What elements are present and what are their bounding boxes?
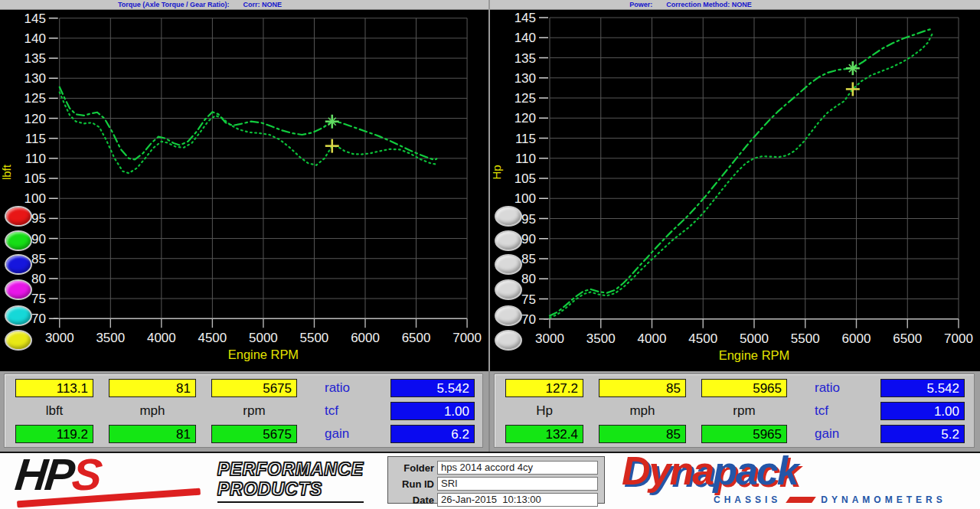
svg-text:4500: 4500	[198, 331, 227, 345]
svg-text:7000: 7000	[944, 331, 973, 346]
svg-text:85: 85	[31, 252, 46, 266]
svg-text:7000: 7000	[452, 331, 482, 345]
run-slot-button-2[interactable]	[495, 230, 522, 251]
speed-run2-value: 85	[599, 425, 686, 443]
speed-run1-value: 85	[599, 379, 686, 397]
footer-bar: HPS PERFORMANCE PRODUCTS Folder hps 2014…	[0, 452, 980, 509]
svg-text:5000: 5000	[740, 331, 769, 346]
torque-chart-plot[interactable]: 3000350040004500500055006000650070007075…	[0, 10, 488, 372]
date-label: Date	[394, 494, 434, 506]
tcf-value: 1.00	[390, 402, 475, 420]
svg-text:110: 110	[515, 152, 536, 166]
svg-text:140: 140	[24, 31, 46, 46]
gain-value: 6.2	[390, 425, 475, 443]
run-slot-button-6[interactable]	[495, 330, 522, 351]
ratio-label: ratio	[312, 380, 375, 396]
gain-label: gain	[802, 426, 865, 442]
svg-text:4000: 4000	[638, 331, 667, 346]
svg-text:135: 135	[514, 51, 536, 66]
run-color-button-red[interactable]	[5, 206, 32, 227]
gain-label: gain	[312, 426, 375, 442]
svg-text:80: 80	[31, 272, 46, 286]
speed-unit-label: mph	[599, 403, 686, 419]
svg-text:115: 115	[515, 132, 536, 146]
dynapack-logo-text: Dynapack	[622, 447, 798, 494]
svg-text:70: 70	[521, 312, 536, 327]
svg-text:130: 130	[24, 71, 46, 86]
svg-text:100: 100	[514, 191, 536, 206]
svg-text:4500: 4500	[688, 331, 717, 346]
power-chart-plot[interactable]: 3000350040004500500055006000650070007075…	[490, 10, 980, 372]
data-row: 113.1 81 5675 ratio 5.542 lbft mph rpm t…	[0, 371, 980, 452]
tcf-label: tcf	[802, 403, 865, 419]
run-slot-button-3[interactable]	[495, 254, 522, 275]
folder-label: Folder	[394, 462, 434, 474]
rpm-run1-value: 5675	[211, 379, 297, 397]
svg-text:105: 105	[24, 171, 46, 186]
date-field[interactable]: 26-Jan-2015 10:13:00	[437, 493, 598, 507]
torque-chart-header: Torque (Axle Torque / Gear Ratio): Corr:…	[0, 0, 488, 10]
power-chart-panel: Power: Correction Method: NONE 300035004…	[490, 0, 980, 371]
power-chart-title: Power:	[629, 1, 652, 8]
svg-text:120: 120	[24, 112, 46, 126]
run-info-panel: Folder hps 2014 accord 4cy Run ID SRI Da…	[387, 456, 605, 504]
svg-text:4000: 4000	[147, 331, 176, 345]
svg-text:75: 75	[521, 292, 536, 307]
run-color-button-blue[interactable]	[5, 254, 32, 275]
rpm-run1-value: 5965	[701, 379, 787, 397]
run-color-button-magenta[interactable]	[5, 279, 32, 300]
hps-tagline-line2: PRODUCTS	[217, 479, 364, 499]
svg-text:125: 125	[24, 91, 46, 106]
run-color-button-cyan[interactable]	[5, 305, 32, 326]
run-color-button-green[interactable]	[5, 230, 32, 251]
svg-text:75: 75	[31, 292, 46, 306]
torque-data-panel: 113.1 81 5675 ratio 5.542 lbft mph rpm t…	[0, 371, 490, 452]
svg-text:125: 125	[514, 91, 536, 106]
torque-run1-value: 113.1	[15, 379, 93, 397]
svg-text:100: 100	[24, 191, 46, 206]
svg-text:135: 135	[24, 51, 46, 66]
run-slot-button-1[interactable]	[495, 206, 522, 227]
hps-logo: HPS PERFORMANCE PRODUCTS	[12, 455, 380, 507]
power-correction-label: Correction Method: NONE	[666, 1, 752, 8]
torque-correction-label: Corr: NONE	[243, 1, 283, 8]
run-slot-button-4[interactable]	[495, 279, 522, 300]
torque-chart-title: Torque (Axle Torque / Gear Ratio):	[118, 1, 230, 8]
svg-text:95: 95	[31, 211, 46, 226]
svg-text:6500: 6500	[893, 331, 922, 346]
tcf-label: tcf	[312, 403, 375, 419]
run-slot-button-5[interactable]	[495, 305, 522, 326]
run-id-field[interactable]: SRI	[437, 477, 598, 491]
power-unit-label: Hp	[505, 403, 583, 419]
hps-logo-tagline: PERFORMANCE PRODUCTS	[217, 459, 364, 503]
svg-text:3000: 3000	[535, 331, 564, 346]
dynapack-slash-icon	[786, 497, 817, 503]
hps-logo-text: HPS	[13, 450, 103, 499]
svg-text:120: 120	[514, 111, 536, 126]
run-id-label: Run ID	[394, 478, 434, 490]
ratio-value: 5.542	[390, 379, 475, 397]
svg-text:3000: 3000	[45, 331, 74, 345]
run-color-button-yellow[interactable]	[5, 330, 32, 351]
rpm-run2-value: 5965	[701, 425, 787, 443]
torque-unit-label: lbft	[15, 403, 93, 419]
svg-text:85: 85	[521, 252, 536, 266]
rpm-unit-label: rpm	[701, 403, 787, 419]
folder-field[interactable]: hps 2014 accord 4cy	[437, 461, 598, 475]
rpm-unit-label: rpm	[211, 403, 297, 419]
speed-run2-value: 81	[109, 425, 196, 443]
svg-text:5500: 5500	[300, 331, 329, 345]
svg-text:6000: 6000	[842, 331, 871, 346]
svg-text:3500: 3500	[96, 331, 125, 345]
ratio-label: ratio	[802, 380, 865, 396]
dynapack-chassis-text: CHASSIS	[714, 494, 781, 505]
power-chart-header: Power: Correction Method: NONE	[490, 0, 980, 10]
dyno-app-window: Torque (Axle Torque / Gear Ratio): Corr:…	[0, 0, 980, 509]
svg-text:5500: 5500	[791, 331, 820, 346]
svg-text:lbft: lbft	[0, 164, 13, 180]
tcf-value: 1.00	[880, 402, 965, 420]
speed-unit-label: mph	[109, 403, 196, 419]
svg-text:3500: 3500	[586, 331, 616, 346]
svg-text:90: 90	[31, 232, 46, 246]
dynapack-logo-subtitle: CHASSIS DYNAMOMETERS	[714, 494, 946, 505]
